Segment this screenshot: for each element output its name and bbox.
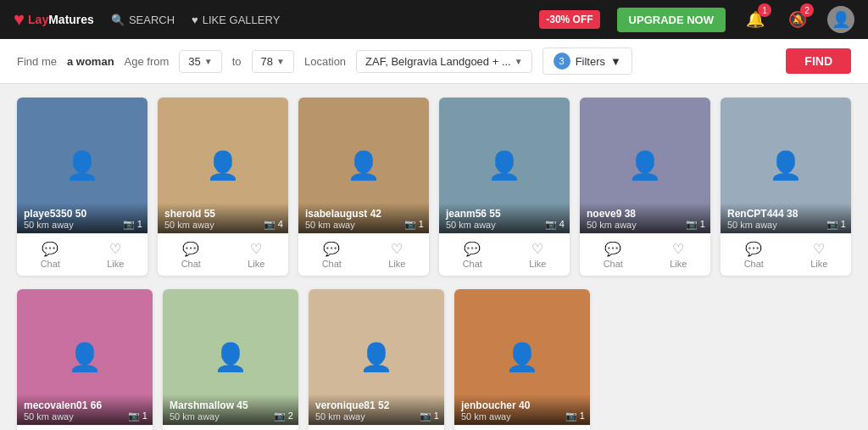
- card-actions: 💬Chat♡Like: [580, 233, 710, 276]
- chat-label: Chat: [744, 259, 764, 269]
- location-label: Location: [304, 55, 346, 68]
- discount-badge: -30% OFF: [539, 10, 599, 29]
- find-me-label: Find me: [17, 55, 57, 68]
- profile-image-row2-3[interactable]: 👤jenboucher 4050 km away📷 1: [454, 289, 590, 425]
- age-to-value: 78: [261, 55, 273, 68]
- user-avatar[interactable]: 👤: [827, 6, 854, 33]
- logo[interactable]: ♥ LayMatures: [14, 10, 94, 29]
- like-label: Like: [248, 259, 264, 269]
- card-photo-count: 📷 1: [686, 219, 705, 230]
- like-icon: ♡: [813, 241, 825, 257]
- like-button[interactable]: ♡Like: [107, 241, 124, 269]
- profile-image-row2-2[interactable]: 👤veronique81 5250 km away📷 1: [309, 289, 444, 425]
- chat-icon: 💬: [464, 241, 481, 257]
- like-button[interactable]: ♡Like: [529, 241, 546, 269]
- profile-image-row1-3[interactable]: 👤jeanm56 5550 km away📷 4: [439, 98, 570, 233]
- chat-icon: 💬: [604, 241, 621, 257]
- chat-label: Chat: [41, 259, 60, 269]
- card-actions: 💬Chat♡Like: [439, 233, 570, 276]
- profile-card-row1-2: 👤isabelaugust 4250 km away📷 1💬Chat♡Like: [298, 98, 429, 276]
- chat-icon: 💬: [182, 241, 199, 257]
- card-photo-count: 📷 1: [128, 410, 147, 422]
- filters-label: Filters: [576, 55, 605, 68]
- card-photo-count: 📷 4: [545, 219, 565, 230]
- profile-image-row1-1[interactable]: 👤sherold 5550 km away📷 4: [158, 98, 288, 233]
- search-bar: Find me a woman Age from 35 ▼ to 78 ▼ Lo…: [0, 39, 868, 84]
- card-photo-count: 📷 1: [123, 219, 142, 230]
- chat-button[interactable]: 💬Chat: [41, 241, 60, 269]
- notification-alert-count: 2: [800, 3, 814, 17]
- card-username: jenboucher 40: [461, 399, 583, 411]
- age-from-dropdown[interactable]: 35 ▼: [179, 50, 221, 73]
- like-label: Like: [107, 259, 124, 269]
- age-to-dropdown[interactable]: 78 ▼: [252, 50, 294, 73]
- card-username: sherold 55: [164, 208, 281, 220]
- profile-image-row2-0[interactable]: 👤mecovalen01 6650 km away📷 1: [17, 289, 153, 425]
- card-username: playe5350 50: [24, 208, 141, 220]
- card-username: jeanm56 55: [446, 208, 563, 220]
- like-gallery-label: LIKE GALLERY: [203, 14, 281, 26]
- chat-button[interactable]: 💬Chat: [604, 241, 623, 269]
- logo-text: LayMatures: [28, 13, 94, 26]
- chat-icon: 💬: [323, 241, 340, 257]
- upgrade-button[interactable]: UPGRADE NOW: [617, 8, 726, 32]
- card-actions: 💬Chat♡Like: [309, 425, 444, 430]
- card-actions: 💬Chat♡Like: [17, 425, 153, 430]
- profile-image-row1-4[interactable]: 👤noeve9 3850 km away📷 1: [580, 98, 710, 233]
- profile-image-row1-2[interactable]: 👤isabelaugust 4250 km away📷 1: [298, 98, 429, 233]
- chat-label: Chat: [463, 259, 482, 269]
- profile-card-row1-3: 👤jeanm56 5550 km away📷 4💬Chat♡Like: [439, 98, 570, 276]
- like-button[interactable]: ♡Like: [810, 241, 827, 269]
- find-button[interactable]: FIND: [786, 48, 851, 74]
- filters-button[interactable]: 3 Filters ▼: [542, 47, 632, 75]
- like-label: Like: [388, 259, 405, 269]
- card-actions: 💬Chat♡Like: [163, 425, 298, 430]
- filters-count: 3: [554, 53, 570, 70]
- profile-card-row2-3: 👤jenboucher 4050 km away📷 1💬Chat♡Like: [454, 289, 590, 430]
- profile-card-row1-4: 👤noeve9 3850 km away📷 1💬Chat♡Like: [580, 98, 710, 276]
- card-username: isabelaugust 42: [305, 208, 422, 220]
- like-icon: ♡: [391, 241, 403, 257]
- profile-grid-row2: 👤mecovalen01 6650 km away📷 1💬Chat♡Like👤M…: [0, 289, 868, 430]
- card-photo-count: 📷 1: [404, 219, 424, 230]
- profile-card-row2-2: 👤veronique81 5250 km away📷 1💬Chat♡Like: [309, 289, 444, 430]
- card-actions: 💬Chat♡Like: [17, 233, 147, 276]
- location-arrow-icon: ▼: [515, 57, 523, 66]
- age-from-value: 35: [188, 55, 200, 68]
- notification-bell-button[interactable]: 🔔 1: [743, 7, 768, 32]
- profile-image-row2-1[interactable]: 👤Marshmallow 4550 km away📷 2: [163, 289, 298, 425]
- like-button[interactable]: ♡Like: [670, 241, 687, 269]
- profile-card-row1-5: 👤RenCPT444 3850 km away📷 1💬Chat♡Like: [721, 98, 851, 276]
- card-username: veronique81 52: [315, 399, 437, 411]
- location-dropdown[interactable]: ZAF, Belgravia Landgoed + ... ▼: [356, 50, 532, 73]
- chat-button[interactable]: 💬Chat: [181, 241, 201, 269]
- card-photo-count: 📷 4: [264, 219, 283, 230]
- card-photo-count: 📷 1: [420, 410, 439, 422]
- search-nav[interactable]: 🔍 SEARCH: [111, 14, 175, 26]
- chat-button[interactable]: 💬Chat: [744, 241, 764, 269]
- like-button[interactable]: ♡Like: [388, 241, 405, 269]
- chat-button[interactable]: 💬Chat: [322, 241, 342, 269]
- like-icon: ♡: [109, 241, 121, 257]
- profile-image-row1-5[interactable]: 👤RenCPT444 3850 km away📷 1: [721, 98, 851, 233]
- notification-alert-button[interactable]: 🔕 2: [785, 7, 810, 32]
- chat-button[interactable]: 💬Chat: [463, 241, 482, 269]
- chat-icon: 💬: [745, 241, 762, 257]
- profile-image-row1-0[interactable]: 👤playe5350 5050 km away📷 1: [17, 98, 147, 233]
- profile-grid-row1: 👤playe5350 5050 km away📷 1💬Chat♡Like👤she…: [0, 84, 868, 289]
- like-label: Like: [670, 259, 687, 269]
- card-photo-count: 📷 1: [826, 219, 846, 230]
- chat-label: Chat: [322, 259, 342, 269]
- card-photo-count: 📷 1: [565, 410, 585, 422]
- card-username: mecovalen01 66: [24, 399, 146, 411]
- like-icon: ♡: [250, 241, 262, 257]
- chat-label: Chat: [181, 259, 201, 269]
- filters-arrow-icon: ▼: [610, 55, 621, 68]
- card-username: RenCPT444 38: [727, 208, 844, 220]
- like-icon: ♡: [531, 241, 543, 257]
- like-button[interactable]: ♡Like: [248, 241, 264, 269]
- like-gallery-nav[interactable]: ♥ LIKE GALLERY: [192, 14, 280, 26]
- like-icon: ♡: [672, 241, 684, 257]
- age-from-arrow-icon: ▼: [204, 57, 213, 66]
- search-nav-icon: 🔍: [111, 14, 125, 26]
